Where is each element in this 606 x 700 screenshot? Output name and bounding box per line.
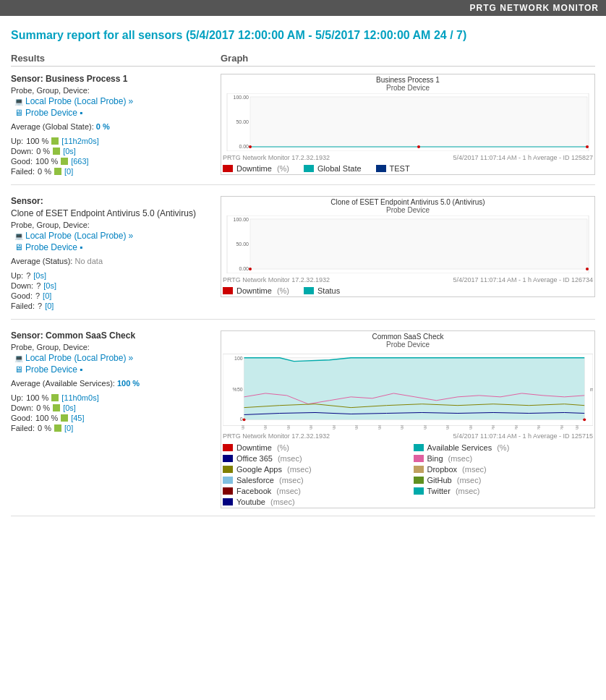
col-graph-header: Graph bbox=[221, 53, 595, 64]
svg-text:50: 50 bbox=[237, 387, 243, 392]
probe-group-label-3: Probe, Group, Device: bbox=[11, 343, 221, 351]
average-line-2: Average (Status): No data bbox=[11, 257, 221, 265]
probe-icon-2: 💻 bbox=[14, 232, 23, 240]
legend-entry-facebook-3: Facebook (msec) bbox=[223, 487, 403, 495]
probe-icon-1: 💻 bbox=[14, 98, 23, 106]
legend-3: Downtime (%) Available Services (%) Offi… bbox=[223, 443, 593, 506]
svg-point-10 bbox=[586, 145, 589, 148]
svg-text:0.00: 0.00 bbox=[239, 266, 249, 271]
svg-text:50.00: 50.00 bbox=[236, 242, 249, 247]
chart-svg-2: 100.00 50.00 0.00 1:00 AM 3:00 AM 5:00 A… bbox=[223, 215, 593, 273]
stat-failed-3: Failed: 0 % [0] bbox=[11, 424, 221, 432]
chart-footer-3: PRTG Network Monitor 17.2.32.1932 5/4/20… bbox=[223, 432, 593, 440]
probe-icon-3: 💻 bbox=[14, 354, 23, 362]
svg-point-39 bbox=[586, 268, 589, 270]
results-col-3: Sensor: Common SaaS Check Probe, Group, … bbox=[11, 330, 221, 508]
stat-good-2: Good: ? [0] bbox=[11, 291, 221, 300]
legend-2: Downtime (%) Status bbox=[223, 286, 593, 295]
svg-point-38 bbox=[249, 268, 252, 270]
svg-text:1:00 AM: 1:00 AM bbox=[242, 425, 245, 430]
chart-footer-1: PRTG Network Monitor 17.2.32.1932 5/4/20… bbox=[223, 154, 593, 161]
stat-up-3: Up: 100 % [11h0m0s] bbox=[11, 393, 221, 402]
probe-link-3[interactable]: 💻 Local Probe (Local Probe) » bbox=[14, 353, 221, 363]
svg-text:0: 0 bbox=[240, 417, 243, 422]
app-title: PRTG NETWORK MONITOR bbox=[470, 3, 599, 13]
svg-point-62 bbox=[243, 418, 246, 421]
svg-rect-7 bbox=[250, 97, 587, 147]
graph-col-3: Common SaaS Check Probe Device 100 50 0 … bbox=[221, 330, 595, 508]
svg-marker-61 bbox=[244, 358, 585, 420]
legend-entry-github-3: GitHub (msec) bbox=[414, 476, 594, 485]
svg-text:3:00 AM: 3:00 AM bbox=[287, 425, 291, 430]
legend-entry-twitter-3: Twitter (msec) bbox=[414, 487, 594, 495]
probe-group-label-2: Probe, Group, Device: bbox=[11, 221, 221, 229]
legend-entry-globalstate-1: Global State bbox=[304, 164, 362, 173]
graph-area-2: Clone of ESET Endpoint Antivirus 5.0 (An… bbox=[221, 196, 595, 297]
sensor-name-1: Sensor: Business Process 1 bbox=[11, 74, 221, 84]
legend-entry-availservices-3: Available Services (%) bbox=[414, 443, 594, 452]
stat-failed-1: Failed: 0 % [0] bbox=[11, 167, 221, 176]
legend-entry-status-2: Status bbox=[304, 286, 340, 295]
svg-point-63 bbox=[583, 418, 586, 421]
legend-entry-bing-3: Bing (msec) bbox=[414, 454, 594, 463]
graph-title-1: Business Process 1 bbox=[223, 76, 593, 84]
results-col-2: Sensor: Clone of ESET Endpoint Antivirus… bbox=[11, 196, 221, 312]
device-link-3[interactable]: 🖥 Probe Device ▪ bbox=[14, 364, 221, 375]
svg-text:10:00 AM: 10:00 AM bbox=[446, 425, 450, 430]
svg-text:2:00 AM: 2:00 AM bbox=[264, 425, 268, 430]
svg-text:5:00 AM: 5:00 AM bbox=[333, 425, 336, 430]
graph-subtitle-1: Probe Device bbox=[223, 84, 593, 92]
device-link-1[interactable]: 🖥 Probe Device ▪ bbox=[14, 108, 221, 118]
svg-text:6:00 AM: 6:00 AM bbox=[355, 425, 359, 430]
svg-text:50.00: 50.00 bbox=[236, 119, 249, 124]
legend-entry-downtime-1: Downtime (%) bbox=[223, 164, 289, 173]
svg-text:1:00 PM: 1:00 PM bbox=[515, 425, 518, 430]
svg-text:12:00 AM: 12:00 AM bbox=[576, 425, 579, 430]
chart-footer-2: PRTG Network Monitor 17.2.32.1932 5/4/20… bbox=[223, 276, 593, 283]
chart-svg-1: 100.00 50.00 0.00 bbox=[223, 93, 593, 151]
top-bar: PRTG NETWORK MONITOR bbox=[0, 0, 606, 16]
legend-entry-downtime-2: Downtime (%) bbox=[223, 286, 289, 295]
report-title: Summary report for all sensors (5/4/2017… bbox=[11, 29, 595, 42]
graph-col-2: Clone of ESET Endpoint Antivirus 5.0 (An… bbox=[221, 196, 595, 312]
probe-link-1[interactable]: 💻 Local Probe (Local Probe) » bbox=[14, 96, 221, 106]
svg-text:8:00 AM: 8:00 AM bbox=[401, 425, 404, 430]
stat-failed-2: Failed: ? [0] bbox=[11, 302, 221, 310]
sensor-block-2: Sensor: Clone of ESET Endpoint Antivirus… bbox=[11, 192, 595, 320]
average-line-3: Average (Available Services): 100 % bbox=[11, 379, 221, 388]
graph-title-2: Clone of ESET Endpoint Antivirus 5.0 (An… bbox=[223, 198, 593, 206]
legend-entry-office365-3: Office 365 (msec) bbox=[223, 454, 403, 463]
legend-1: Downtime (%) Global State TEST bbox=[223, 164, 593, 173]
device-icon-1: 🖥 bbox=[14, 108, 23, 118]
svg-text:12:00 PM: 12:00 PM bbox=[492, 425, 495, 430]
probe-link-2[interactable]: 💻 Local Probe (Local Probe) » bbox=[14, 231, 221, 241]
device-icon-2: 🖥 bbox=[14, 242, 23, 252]
sensor-name-multiline-2: Clone of ESET Endpoint Antivirus 5.0 (An… bbox=[11, 208, 221, 218]
svg-text:100.00: 100.00 bbox=[234, 95, 249, 100]
chart-svg-3: 100 50 0 % 1,000 0 msec bbox=[223, 350, 593, 430]
stat-good-3: Good: 100 % [45] bbox=[11, 414, 221, 422]
svg-text:100: 100 bbox=[234, 356, 243, 361]
graph-subtitle-2: Probe Device bbox=[223, 206, 593, 214]
probe-group-label-1: Probe, Group, Device: bbox=[11, 86, 221, 95]
legend-entry-dropbox-3: Dropbox (msec) bbox=[414, 465, 594, 474]
device-link-2[interactable]: 🖥 Probe Device ▪ bbox=[14, 242, 221, 252]
svg-text:2:00 PM: 2:00 PM bbox=[537, 425, 541, 430]
stat-good-1: Good: 100 % [663] bbox=[11, 157, 221, 166]
svg-point-8 bbox=[249, 145, 252, 148]
stat-down-1: Down: 0 % [0s] bbox=[11, 147, 221, 155]
svg-text:msec: msec bbox=[590, 387, 593, 392]
chart-2: 100.00 50.00 0.00 1:00 AM 3:00 AM 5:00 A… bbox=[223, 215, 593, 276]
svg-text:9:00 AM: 9:00 AM bbox=[424, 425, 427, 430]
svg-text:7:00 AM: 7:00 AM bbox=[378, 425, 382, 430]
chart-3: 100 50 0 % 1,000 0 msec bbox=[223, 350, 593, 432]
svg-point-9 bbox=[417, 145, 420, 148]
chart-1: 100.00 50.00 0.00 bbox=[223, 93, 593, 153]
legend-entry-salesforce-3: Salesforce (msec) bbox=[223, 476, 403, 485]
col-results-header: Results bbox=[11, 53, 221, 64]
legend-entry-googleapps-3: Google Apps (msec) bbox=[223, 465, 403, 474]
device-icon-3: 🖥 bbox=[14, 364, 23, 375]
svg-text:%: % bbox=[233, 387, 237, 392]
graph-col-1: Business Process 1 Probe Device 100.00 5… bbox=[221, 74, 595, 177]
svg-rect-37 bbox=[250, 219, 587, 269]
